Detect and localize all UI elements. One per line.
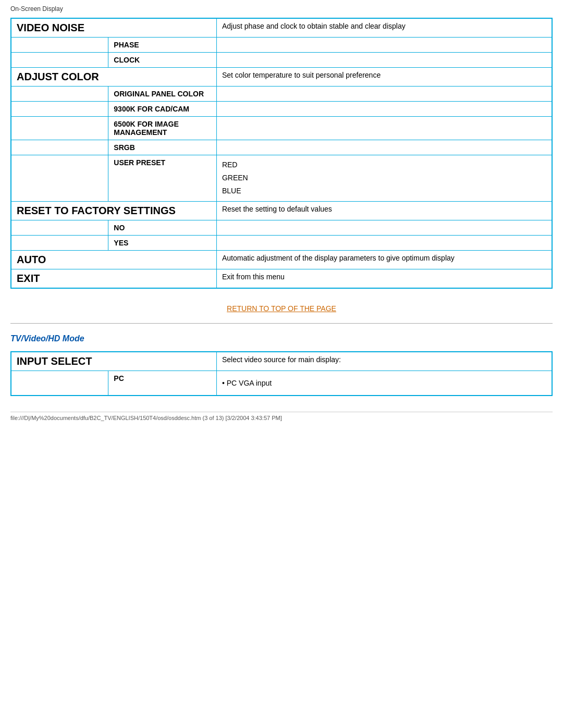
empty-cell [11, 235, 108, 250]
table-row: CLOCK [11, 53, 552, 68]
clock-desc [216, 53, 552, 68]
pc-desc: • PC VGA input [216, 371, 552, 396]
pc-item: PC [108, 371, 217, 396]
empty-cell [11, 38, 108, 53]
empty-cell [11, 220, 108, 235]
exit-desc: Exit from this menu [216, 269, 552, 288]
table-row: 6500K FOR IMAGE MANAGEMENT [11, 117, 552, 140]
bullet-icon: • [222, 379, 225, 387]
auto-desc: Automatic adjustment of the display para… [216, 250, 552, 269]
page-label: On-Screen Display [10, 5, 553, 13]
input-select-header: INPUT SELECT [11, 352, 216, 371]
empty-cell [11, 87, 108, 102]
table-row: 9300K FOR CAD/CAM [11, 102, 552, 117]
empty-cell [11, 102, 108, 117]
return-to-top-link[interactable]: RETURN TO TOP OF THE PAGE [227, 304, 336, 313]
section-divider [10, 323, 553, 324]
tv-section-title: TV/Video/HD Mode [10, 334, 553, 343]
table-row: SRGB [11, 140, 552, 155]
table-row: RESET TO FACTORY SETTINGS Reset the sett… [11, 201, 552, 220]
exit-header: EXIT [11, 269, 216, 288]
empty-cell [11, 117, 108, 140]
6500k-desc [216, 117, 552, 140]
reset-header: RESET TO FACTORY SETTINGS [11, 201, 216, 220]
table-row: ORIGINAL PANEL COLOR [11, 87, 552, 102]
auto-header: AUTO [11, 250, 216, 269]
yes-item: YES [108, 235, 217, 250]
input-select-desc: Select video source for main display: [216, 352, 552, 371]
adjust-color-desc: Set color temperature to suit personal p… [216, 68, 552, 87]
table-row: USER PRESET REDGREENBLUE [11, 155, 552, 202]
6500k-item: 6500K FOR IMAGE MANAGEMENT [108, 117, 217, 140]
table-row: PHASE [11, 38, 552, 53]
srgb-desc [216, 140, 552, 155]
table-row: YES [11, 235, 552, 250]
video-noise-desc: Adjust phase and clock to obtain stable … [216, 18, 552, 38]
video-noise-header: VIDEO NOISE [11, 18, 216, 38]
srgb-item: SRGB [108, 140, 217, 155]
9300k-item: 9300K FOR CAD/CAM [108, 102, 217, 117]
reset-desc: Reset the setting to default values [216, 201, 552, 220]
phase-desc [216, 38, 552, 53]
osd-table: VIDEO NOISE Adjust phase and clock to ob… [10, 18, 553, 289]
no-desc [216, 220, 552, 235]
empty-cell [11, 155, 108, 202]
adjust-color-header: ADJUST COLOR [11, 68, 216, 87]
table-row: AUTO Automatic adjustment of the display… [11, 250, 552, 269]
user-preset-desc: REDGREENBLUE [216, 155, 552, 202]
return-link-container: RETURN TO TOP OF THE PAGE [10, 304, 553, 313]
empty-cell [11, 53, 108, 68]
original-panel-desc [216, 87, 552, 102]
empty-cell [11, 140, 108, 155]
table-row: VIDEO NOISE Adjust phase and clock to ob… [11, 18, 552, 38]
table-row: INPUT SELECT Select video source for mai… [11, 352, 552, 371]
original-panel-item: ORIGINAL PANEL COLOR [108, 87, 217, 102]
empty-cell [11, 371, 108, 396]
phase-item: PHASE [108, 38, 217, 53]
table-row: PC • PC VGA input [11, 371, 552, 396]
table-row: ADJUST COLOR Set color temperature to su… [11, 68, 552, 87]
footer-bar: file:///D|/My%20documents/dfu/B2C_TV/ENG… [10, 412, 553, 421]
tv-table: INPUT SELECT Select video source for mai… [10, 351, 553, 396]
table-row: NO [11, 220, 552, 235]
9300k-desc [216, 102, 552, 117]
no-item: NO [108, 220, 217, 235]
clock-item: CLOCK [108, 53, 217, 68]
table-row: EXIT Exit from this menu [11, 269, 552, 288]
yes-desc [216, 235, 552, 250]
user-preset-item: USER PRESET [108, 155, 217, 202]
